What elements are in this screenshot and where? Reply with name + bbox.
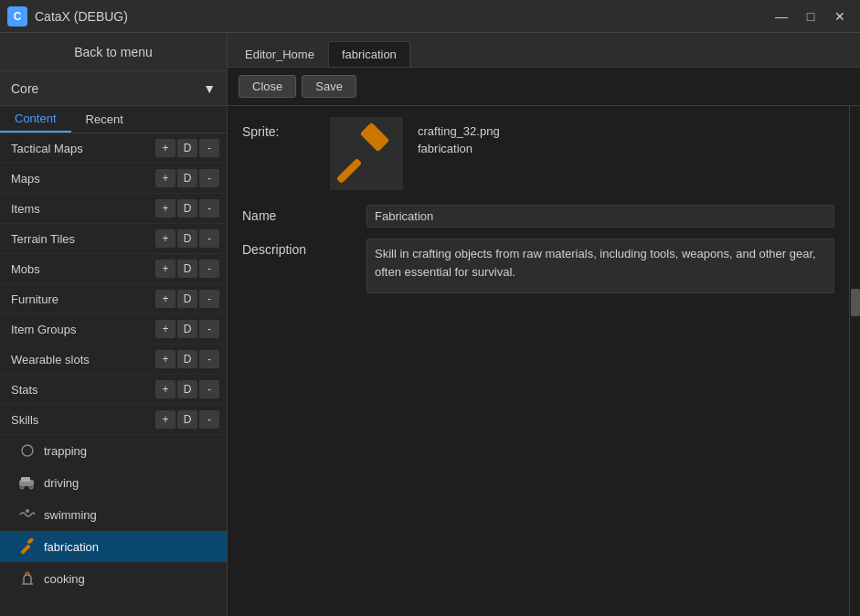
remove-skills-button[interactable]: - (199, 410, 219, 429)
sidebar: Back to menu Core ▼ Content Recent Tacti… (0, 33, 228, 616)
add-mobs-button[interactable]: + (155, 260, 175, 278)
trapping-icon (18, 441, 37, 460)
core-selector[interactable]: Core ▼ (0, 71, 227, 106)
category-btns-mobs: + D - (155, 260, 219, 278)
skill-item-fabrication[interactable]: fabrication (0, 531, 227, 563)
add-tactical-maps-button[interactable]: + (155, 139, 175, 157)
svg-rect-7 (27, 538, 34, 545)
remove-tactical-maps-button[interactable]: - (199, 139, 219, 157)
svg-point-5 (26, 509, 29, 513)
sprite-preview (330, 117, 403, 190)
remove-stats-button[interactable]: - (199, 380, 219, 398)
sidebar-category-items[interactable]: Items + D - (0, 194, 227, 224)
editor-scrollbar[interactable] (849, 106, 860, 616)
skill-label-cooking: cooking (44, 572, 85, 586)
add-wearable-slots-button[interactable]: + (155, 350, 175, 368)
add-furniture-button[interactable]: + (155, 290, 175, 308)
add-items-button[interactable]: + (155, 199, 175, 218)
remove-item-groups-button[interactable]: - (199, 320, 219, 338)
tab-content[interactable]: Content (0, 106, 71, 133)
skill-item-cooking[interactable]: cooking (0, 563, 227, 595)
main-layout: Back to menu Core ▼ Content Recent Tacti… (0, 33, 860, 616)
tab-fabrication[interactable]: fabrication (328, 41, 410, 67)
save-button[interactable]: Save (302, 75, 356, 98)
skill-item-trapping[interactable]: trapping (0, 435, 227, 467)
skill-item-driving[interactable]: driving (0, 467, 227, 499)
name-field-value[interactable]: Fabrication (366, 205, 834, 228)
description-field-row: Description Skill in crafting objects fr… (242, 239, 834, 293)
category-label-stats: Stats (11, 383, 155, 397)
remove-items-button[interactable]: - (199, 199, 219, 218)
d-skills-button[interactable]: D (177, 410, 197, 429)
d-stats-button[interactable]: D (177, 380, 197, 398)
category-label-terrain-tiles: Terrain Tiles (11, 232, 155, 246)
category-btns-items: + D - (155, 199, 219, 218)
svg-rect-6 (20, 544, 30, 554)
svg-rect-9 (360, 122, 390, 153)
d-tactical-maps-button[interactable]: D (177, 139, 197, 157)
d-furniture-button[interactable]: D (177, 290, 197, 308)
editor-toolbar: Close Save (228, 68, 860, 106)
sprite-filename: crafting_32.png (418, 124, 500, 138)
add-skills-button[interactable]: + (155, 410, 175, 429)
d-mobs-button[interactable]: D (177, 260, 197, 278)
sidebar-category-maps[interactable]: Maps + D - (0, 164, 227, 194)
app-title: CataX (DEBUG) (35, 9, 128, 24)
skill-label-driving: driving (44, 476, 79, 490)
remove-terrain-tiles-button[interactable]: - (199, 229, 219, 248)
core-selector-value: Core (11, 81, 38, 96)
close-button[interactable]: Close (239, 75, 296, 98)
sprite-info: crafting_32.png fabrication (418, 117, 500, 155)
tab-editor-home[interactable]: Editor_Home (231, 41, 328, 67)
title-bar: C CataX (DEBUG) — □ ✕ (0, 0, 860, 33)
content-tabs: Content Recent (0, 106, 227, 133)
description-field-value[interactable]: Skill in crafting objects from raw mater… (366, 239, 834, 293)
description-field-label: Description (242, 239, 352, 257)
remove-maps-button[interactable]: - (199, 169, 219, 187)
sidebar-category-tactical-maps[interactable]: Tactical Maps + D - (0, 133, 227, 164)
skill-label-trapping: trapping (44, 444, 87, 458)
sidebar-category-terrain-tiles[interactable]: Terrain Tiles + D - (0, 224, 227, 254)
fabrication-icon (18, 537, 37, 556)
remove-wearable-slots-button[interactable]: - (199, 350, 219, 368)
editor-scrollbar-thumb[interactable] (851, 289, 860, 316)
skill-item-swimming[interactable]: swimming (0, 499, 227, 531)
tab-recent[interactable]: Recent (71, 106, 138, 133)
sidebar-items: Tactical Maps + D - Maps + D - Items + (0, 133, 227, 616)
category-btns-skills: + D - (155, 410, 219, 429)
app-icon: C (7, 6, 27, 27)
add-stats-button[interactable]: + (155, 380, 175, 398)
sidebar-category-skills[interactable]: Skills + D - (0, 405, 227, 435)
sprite-id: fabrication (418, 142, 500, 155)
d-items-button[interactable]: D (177, 199, 197, 218)
back-to-menu-button[interactable]: Back to menu (0, 33, 227, 71)
d-item-groups-button[interactable]: D (177, 320, 197, 338)
add-terrain-tiles-button[interactable]: + (155, 229, 175, 248)
hammer-svg (334, 122, 398, 186)
sidebar-category-wearable-slots[interactable]: Wearable slots + D - (0, 345, 227, 375)
remove-furniture-button[interactable]: - (199, 290, 219, 308)
name-field-label: Name (242, 205, 352, 223)
minimize-button[interactable]: — (769, 6, 794, 27)
sidebar-category-item-groups[interactable]: Item Groups + D - (0, 314, 227, 345)
d-terrain-tiles-button[interactable]: D (177, 229, 197, 248)
d-wearable-slots-button[interactable]: D (177, 350, 197, 368)
category-btns-item-groups: + D - (155, 320, 219, 338)
sidebar-category-furniture[interactable]: Furniture + D - (0, 284, 227, 314)
category-label-mobs: Mobs (11, 262, 155, 276)
d-maps-button[interactable]: D (177, 169, 197, 187)
driving-icon (18, 473, 37, 492)
add-maps-button[interactable]: + (155, 169, 175, 187)
sidebar-category-stats[interactable]: Stats + D - (0, 375, 227, 405)
add-item-groups-button[interactable]: + (155, 320, 175, 338)
title-bar-left: C CataX (DEBUG) (7, 6, 128, 27)
category-btns-wearable-slots: + D - (155, 350, 219, 368)
editor-content: Sprite: crafting_32.png fabrication (228, 106, 860, 616)
category-label-maps: Maps (11, 172, 155, 186)
remove-mobs-button[interactable]: - (199, 260, 219, 278)
close-button[interactable]: ✕ (827, 6, 853, 27)
category-label-tactical-maps: Tactical Maps (11, 142, 155, 155)
category-btns-stats: + D - (155, 380, 219, 398)
sidebar-category-mobs[interactable]: Mobs + D - (0, 254, 227, 284)
maximize-button[interactable]: □ (798, 6, 823, 27)
